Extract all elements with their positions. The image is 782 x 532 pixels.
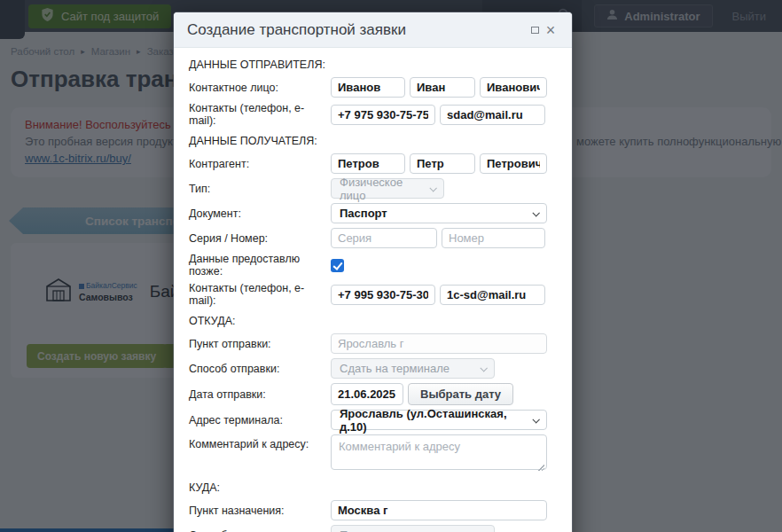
- chevron-down-icon: [533, 416, 540, 423]
- recipient-first-name-input[interactable]: [410, 153, 475, 174]
- sender-email-input[interactable]: [440, 105, 545, 125]
- sender-phone-input[interactable]: [331, 105, 435, 125]
- departure-date-label: Дата отправки:: [189, 388, 331, 401]
- sender-first-name-input[interactable]: [410, 77, 475, 98]
- delivery-method-label: Способ доставки:: [189, 529, 331, 532]
- maximize-icon: [531, 27, 539, 34]
- recipient-middle-name-input[interactable]: [480, 153, 547, 174]
- recipient-phone-input[interactable]: [331, 285, 435, 305]
- close-button[interactable]: ×: [543, 22, 559, 38]
- sender-middle-name-input[interactable]: [480, 77, 547, 98]
- departure-method-label: Способ отправки:: [189, 363, 331, 375]
- section-from-header: ОТКУДА:: [189, 315, 558, 327]
- chevron-down-icon: [480, 364, 487, 372]
- modal-body: ДАННЫЕ ОТПРАВИТЕЛЯ: Контактное лицо: Кон…: [174, 48, 572, 532]
- document-label: Документ:: [189, 207, 331, 220]
- number-input[interactable]: [442, 228, 545, 248]
- destination-point-input[interactable]: [331, 500, 547, 520]
- sender-last-name-input[interactable]: [331, 77, 405, 98]
- recipient-contractor-label: Контрагент:: [189, 158, 331, 170]
- departure-date-input[interactable]: [331, 383, 403, 405]
- sender-contacts-label: Контакты (телефон, e-mail):: [189, 102, 331, 127]
- sender-contact-label: Контактное лицо:: [189, 82, 331, 94]
- recipient-contacts-label: Контакты (телефон, e-mail):: [189, 282, 331, 307]
- section-sender-header: ДАННЫЕ ОТПРАВИТЕЛЯ:: [189, 59, 558, 71]
- provide-later-label: Данные предоставлю позже:: [189, 253, 331, 278]
- provide-later-checkbox[interactable]: [331, 259, 344, 272]
- destination-point-label: Пункт назначения:: [189, 505, 331, 517]
- close-icon: ×: [546, 22, 556, 38]
- recipient-last-name-input[interactable]: [331, 153, 405, 174]
- screen: Сайт под защитой Administrator Выйти: [0, 0, 782, 532]
- address-comment-label: Комментарий к адресу:: [189, 434, 331, 450]
- create-transport-request-modal: Создание транспортной заявки × ДАННЫЕ ОТ…: [174, 12, 572, 532]
- section-recipient-header: ДАННЫЕ ПОЛУЧАТЕЛЯ:: [189, 135, 558, 147]
- recipient-type-label: Тип:: [189, 183, 331, 195]
- chevron-down-icon: [532, 209, 539, 216]
- departure-point-label: Пункт отправки:: [189, 338, 331, 350]
- recipient-type-select[interactable]: Физическое лицо: [331, 178, 444, 199]
- maximize-button[interactable]: [527, 22, 543, 38]
- series-input[interactable]: [331, 228, 437, 248]
- delivery-method-select[interactable]: Получить на терминале: [331, 525, 495, 532]
- chevron-down-icon: [430, 184, 437, 192]
- address-comment-textarea[interactable]: [331, 434, 547, 470]
- recipient-email-input[interactable]: [440, 285, 545, 305]
- document-select[interactable]: Паспорт: [331, 203, 547, 223]
- modal-title: Создание транспортной заявки: [187, 21, 527, 39]
- series-number-label: Серия / Номер:: [189, 232, 331, 245]
- departure-point-input[interactable]: [331, 333, 547, 354]
- terminal-address-label: Адрес терминала:: [189, 414, 331, 426]
- section-to-header: КУДА:: [189, 481, 558, 494]
- departure-pick-date-button[interactable]: Выбрать дату: [408, 383, 513, 405]
- terminal-address-select[interactable]: Ярославль (ул.Осташинская, д.10): [331, 410, 547, 430]
- departure-method-select[interactable]: Сдать на терминале: [331, 358, 495, 379]
- modal-header: Создание транспортной заявки ×: [174, 12, 572, 48]
